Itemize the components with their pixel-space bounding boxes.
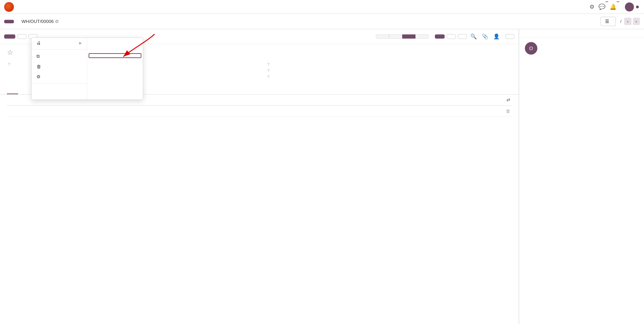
tab-additional-info[interactable] [18, 88, 29, 94]
print-dropdown-menu: 🖨 ⧉ 🗑 ⚙ [31, 38, 143, 100]
favorite-star[interactable]: ☆ [7, 48, 13, 57]
nav-item-inventory[interactable] [19, 0, 22, 14]
status-waiting[interactable] [389, 34, 402, 39]
dropdown-duplicate[interactable]: ⧉ [32, 51, 87, 62]
dropdown-print[interactable]: 🖨 [32, 38, 87, 48]
pagination: / ‹ › [619, 18, 640, 25]
message-meta: · [541, 42, 542, 47]
product-cell[interactable] [7, 106, 97, 117]
bot-avatar: O [525, 42, 537, 55]
print-button[interactable] [17, 34, 26, 39]
quantity-settings-icon[interactable]: ⇄ [506, 97, 510, 103]
message-content: · [541, 42, 542, 48]
table-row: 🗑 [7, 106, 512, 117]
dropdown-delivery-slip[interactable] [87, 43, 143, 48]
dropdown-left-column: 🖨 ⧉ 🗑 ⚙ [32, 38, 87, 99]
nav-item-overview[interactable] [28, 0, 31, 14]
printer-label [636, 6, 640, 8]
new-button[interactable] [4, 20, 14, 23]
log-note-button[interactable] [447, 34, 456, 39]
next-button[interactable]: › [633, 18, 640, 25]
paperclip-icon[interactable]: 📎 [480, 32, 490, 41]
breadcrumb: WH/OUT/00006 ⚙ [16, 19, 59, 24]
dropdown-unreserve[interactable] [32, 85, 87, 90]
source-document-row: ? [266, 75, 512, 79]
dropdown-lock-unlock[interactable] [32, 90, 87, 95]
source-document-label: ? [266, 75, 319, 79]
prev-button[interactable]: ‹ [624, 18, 631, 25]
source-document-help[interactable]: ? [267, 75, 270, 79]
chat-icon[interactable]: 💬 [598, 3, 605, 10]
activity-badge [617, 1, 619, 2]
duplicate-icon: ⧉ [36, 54, 40, 59]
nav-item-reporting[interactable] [53, 0, 56, 14]
delete-icon: 🗑 [36, 64, 41, 69]
field-group-right: ? ? ? [266, 62, 512, 81]
dropdown-shipment-label[interactable] [89, 53, 141, 58]
action-bar: WH/OUT/00006 ⚙ ☰ / ‹ › [0, 14, 644, 29]
dropdown-layout: 🖨 ⧉ 🗑 ⚙ [32, 38, 143, 99]
hamburger-icon: ☰ [605, 19, 609, 24]
user-menu[interactable] [625, 2, 640, 11]
user-avatar [625, 2, 634, 11]
top-navigation: ⚙ 💬 🔔 [0, 0, 644, 14]
chatter-today [519, 29, 644, 38]
nav-item-products[interactable] [44, 0, 47, 14]
printer-icon: 🖨 [36, 40, 41, 46]
nav-item-configuration[interactable] [61, 0, 64, 14]
dropdown-divider-2 [32, 83, 87, 83]
validate-button[interactable] [4, 34, 15, 39]
nav-item-operations[interactable] [36, 0, 39, 14]
detailed-operations-button[interactable]: ☰ [601, 17, 616, 26]
status-draft[interactable] [376, 34, 389, 39]
properties-icon: ⚙ [36, 74, 41, 79]
scheduled-date-help[interactable]: ? [267, 62, 270, 66]
activities-button[interactable] [458, 34, 467, 39]
scheduled-date-label: ? [266, 62, 319, 66]
product-availability-label: ? [266, 68, 319, 73]
status-ready[interactable] [402, 34, 415, 39]
status-done[interactable] [415, 34, 429, 39]
chat-badge [605, 1, 608, 2]
dropdown-add-properties[interactable]: ⚙ [32, 72, 87, 82]
dropdown-picking-operations[interactable] [87, 38, 143, 43]
dropdown-return-slip[interactable] [87, 48, 143, 52]
chat-message: O · [519, 38, 644, 59]
bug-icon[interactable]: ⚙ [589, 3, 594, 10]
follow-button[interactable] [505, 34, 514, 39]
dropdown-delete[interactable]: 🗑 [32, 62, 87, 72]
dropdown-scrap[interactable] [32, 95, 87, 99]
dropdown-divider-1 [32, 49, 87, 50]
app-logo[interactable] [4, 2, 14, 12]
delete-row-icon[interactable]: 🗑 [506, 108, 510, 114]
col-quantity: ⇄ [187, 95, 512, 106]
delivery-address-help[interactable]: ? [8, 62, 10, 66]
send-message-button[interactable] [435, 34, 445, 39]
chatter-panel: O · [519, 29, 644, 324]
activity-icon[interactable]: 🔔 [610, 3, 617, 10]
product-availability-row: ? [266, 68, 512, 73]
tab-operations[interactable] [7, 88, 18, 94]
scheduled-date-row: ? [266, 62, 512, 66]
search-icon[interactable]: 🔍 [469, 32, 478, 41]
demand-cell [97, 106, 186, 117]
form-actions: 🔍 📎 👤 [435, 32, 514, 41]
settings-icon[interactable]: ⚙ [55, 19, 59, 24]
quantity-cell[interactable]: 🗑 [187, 106, 512, 117]
status-bar [376, 34, 429, 39]
product-availability-help[interactable]: ? [267, 68, 270, 73]
record-reference: WH/OUT/00006 [22, 19, 53, 24]
add-line-button[interactable] [7, 117, 10, 122]
user-icon[interactable]: 👤 [492, 32, 501, 41]
dropdown-right-column [87, 38, 143, 99]
message-time: · [541, 42, 542, 47]
